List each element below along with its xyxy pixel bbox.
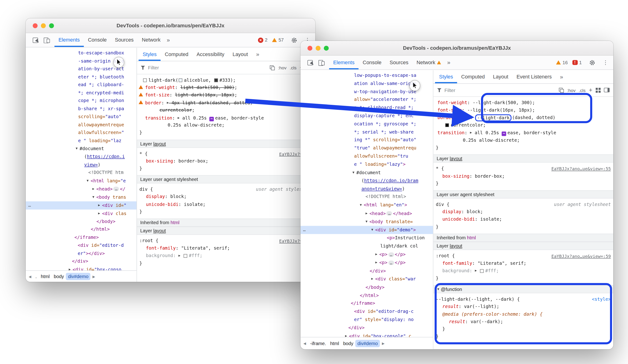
- dom-node[interactable]: allowfullscreen=": [26, 129, 137, 137]
- dom-node[interactable]: display-capture *; enc: [301, 112, 433, 120]
- dom-node[interactable]: </iframe>: [301, 300, 433, 308]
- dom-node[interactable]: </body>: [26, 218, 137, 226]
- style-declaration[interactable]: border: ▶ 4px --light-dark(dashed, dotte…: [433, 114, 613, 122]
- zoom-button[interactable]: [324, 46, 329, 51]
- crumb-body[interactable]: body: [52, 273, 66, 280]
- new-style-rule-button[interactable]: +: [589, 86, 592, 93]
- settings-gear-icon[interactable]: [589, 60, 595, 66]
- dom-node[interactable]: ▼ #document: [301, 169, 433, 177]
- more-actions-icon[interactable]: …: [28, 201, 31, 209]
- style-declaration[interactable]: }: [433, 180, 613, 187]
- dom-node[interactable]: a *; clipboard-read *;: [301, 104, 433, 112]
- dom-node-selected[interactable]: …▼ <div id="demo">: [301, 226, 433, 235]
- style-declaration[interactable]: font-weight: light-dark(500, 300);: [137, 84, 315, 92]
- style-declaration[interactable]: background: ▶ #fff;: [433, 267, 613, 275]
- dom-node[interactable]: ▶ <div id="box-conso: [26, 265, 137, 270]
- style-declaration[interactable]: 0.25s allow-discrete;: [433, 137, 613, 144]
- computed-grid-icon[interactable]: [596, 88, 601, 92]
- filter-input[interactable]: Filter: [148, 65, 159, 70]
- more-tabs-icon[interactable]: »: [556, 70, 567, 83]
- dom-node[interactable]: </html>: [301, 291, 433, 300]
- dom-node[interactable]: er"></div>: [26, 249, 137, 257]
- color-swatch[interactable]: [183, 254, 187, 258]
- style-declaration[interactable]: @media (prefers-color-scheme: dark) {: [433, 310, 613, 318]
- style-declaration[interactable]: }: [137, 208, 315, 216]
- dom-node[interactable]: ▼ <html lang="en">: [301, 201, 433, 209]
- inspect-element-icon[interactable]: [33, 37, 38, 43]
- dom-node[interactable]: </body>: [301, 283, 433, 292]
- style-declaration[interactable]: unicode-bidi: isolate;: [137, 201, 315, 208]
- toggle-class-button[interactable]: .cls: [290, 65, 297, 70]
- dom-node[interactable]: ▼ <body translate=: [301, 218, 433, 226]
- style-declaration[interactable]: font-family: "Literata", serif;: [433, 260, 613, 267]
- crumb--[interactable]: .: [33, 273, 39, 280]
- crumb-scroll-right-icon[interactable]: ▶: [90, 274, 97, 278]
- style-declaration[interactable]: }: [137, 165, 315, 173]
- style-declaration[interactable]: background: ▶ #fff;: [137, 252, 315, 260]
- dom-node[interactable]: ▼ #document: [26, 144, 137, 153]
- dom-node-selected[interactable]: …▶ <div id=": [26, 201, 137, 209]
- tab-sources[interactable]: Sources: [386, 56, 412, 69]
- crumb-scroll-right-icon[interactable]: ▶: [380, 341, 387, 345]
- style-declaration[interactable]: display: block;: [433, 208, 613, 216]
- dom-node[interactable]: (https://cdpn.io/bram: [301, 177, 433, 185]
- style-declaration[interactable]: box-sizing: border-box;: [433, 173, 613, 180]
- kebab-menu-icon[interactable]: ⋮: [603, 59, 608, 66]
- filter-input[interactable]: Filter: [445, 87, 456, 93]
- inspect-element-icon[interactable]: [308, 60, 313, 65]
- tab-network[interactable]: Network: [138, 33, 164, 47]
- layer-link[interactable]: layout: [153, 141, 166, 146]
- tab-accessibility[interactable]: Accessibility: [192, 48, 228, 61]
- dom-node[interactable]: anon=true&view=): [301, 185, 433, 193]
- tab-computed[interactable]: Computed: [161, 48, 193, 61]
- bezier-editor-icon[interactable]: ~: [502, 132, 506, 136]
- style-declaration[interactable]: * {EaYBJJx?ano…ue&view=:55: [433, 165, 613, 173]
- tab-elements[interactable]: Elements: [329, 56, 359, 69]
- dom-node[interactable]: *; encrypted-medi: [26, 89, 137, 97]
- dom-node[interactable]: low-popups-to-escape-sa: [301, 71, 433, 80]
- ellipsis-badge[interactable]: …: [113, 186, 119, 191]
- style-declaration[interactable]: --light-dark(--light, --dark) {<style>: [433, 296, 613, 303]
- device-toolbar-icon[interactable]: [318, 60, 325, 65]
- dom-node[interactable]: allowfullscreen="tru: [301, 152, 433, 160]
- console-error-badge[interactable]: × 2: [258, 37, 267, 43]
- ellipsis-badge[interactable]: …: [388, 252, 394, 257]
- dom-node[interactable]: ▶ <div id="box-console" c: [301, 332, 433, 337]
- style-declaration[interactable]: 0.25s allow-discrete;: [137, 122, 315, 129]
- dom-node[interactable]: light/dark col: [301, 242, 433, 250]
- style-declaration[interactable]: font-weight: --light-dark(500, 300);: [433, 99, 613, 107]
- ellipsis-badge[interactable]: …: [388, 261, 394, 265]
- color-swatch[interactable]: [480, 269, 484, 273]
- dom-node[interactable]: view=): [26, 161, 137, 169]
- style-declaration[interactable]: }: [433, 325, 613, 333]
- toggle-hover-button[interactable]: :hov: [278, 65, 286, 70]
- minimize-button[interactable]: [315, 46, 320, 51]
- style-declaration[interactable]: transition: ▶ all 0.25s ~ease, border-st…: [137, 114, 315, 122]
- resource-link[interactable]: view=: [84, 162, 98, 167]
- style-declaration[interactable]: }: [137, 260, 315, 267]
- layer-link[interactable]: layout: [450, 243, 462, 248]
- style-declaration[interactable]: }: [433, 223, 613, 231]
- dom-node[interactable]: <p>Instruction: [301, 234, 433, 242]
- dom-node[interactable]: allow="accelerometer *;: [301, 96, 433, 104]
- color-swatch[interactable]: [143, 78, 147, 82]
- layer-link[interactable]: layout: [153, 228, 166, 233]
- crumb-scroll-left-icon[interactable]: ◀: [27, 274, 33, 278]
- tab-styles[interactable]: Styles: [139, 48, 161, 61]
- tab-elements[interactable]: Elements: [55, 33, 84, 47]
- tab-layout[interactable]: Layout: [489, 70, 513, 83]
- minimize-button[interactable]: [41, 23, 46, 28]
- dom-node[interactable]: ▶ <p>…</p>: [301, 250, 433, 259]
- titlebar[interactable]: DevTools - codepen.io/bramus/pen/EaYBJJx: [26, 18, 315, 33]
- dom-node[interactable]: ▶ <div class="war: [301, 275, 433, 283]
- console-warning-badge[interactable]: 16: [556, 60, 568, 65]
- dom-node[interactable]: ▼ <body trans: [26, 193, 137, 201]
- dom-node[interactable]: to-escape-sandbox: [26, 49, 137, 57]
- dom-node[interactable]: "true" allowpaymentrequ: [301, 144, 433, 152]
- style-declaration[interactable]: font-family: "Literata", serif;: [137, 245, 315, 252]
- element-states-icon[interactable]: [559, 88, 564, 92]
- style-declaration[interactable]: * {EaYBJJx?view=: [137, 150, 315, 158]
- tab-sources[interactable]: Sources: [111, 33, 138, 47]
- style-declaration[interactable]: display: block;: [137, 193, 315, 201]
- settings-gear-icon[interactable]: [291, 37, 297, 43]
